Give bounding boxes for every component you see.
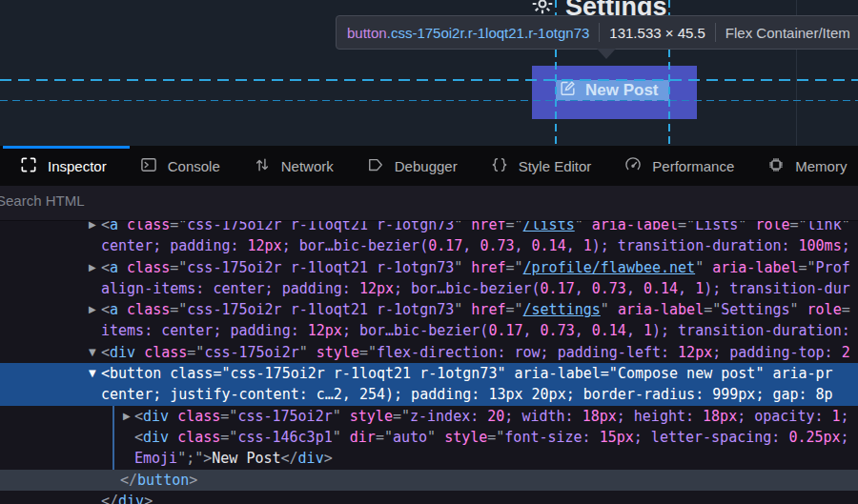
code-segment: css-175oi2r — [237, 408, 332, 425]
code-segment: /settings — [523, 301, 601, 318]
infobar-layout-badge: Flex Container/Item — [725, 25, 850, 41]
tab-debugger[interactable]: Debugger — [350, 146, 474, 186]
markup-row[interactable]: align-items: center; padding: 12px; bor…… — [0, 278, 858, 299]
code-segment: =" — [359, 344, 377, 361]
guide-line-horizontal-bottom — [0, 100, 858, 101]
code-segment: div — [143, 408, 169, 425]
markup-row[interactable]: Emoji";">New Post</div> — [0, 448, 858, 469]
code-segment: , — [523, 322, 541, 339]
code-segment: Compose new post — [618, 365, 756, 382]
code-segment: Lists — [695, 221, 738, 233]
code-segment: " — [427, 429, 444, 446]
collapse-arrow-icon[interactable]: ▼ — [89, 363, 96, 384]
tab-label: Console — [168, 158, 220, 174]
performance-icon — [623, 155, 643, 177]
code-segment: < — [101, 221, 110, 233]
console-icon — [139, 155, 158, 177]
code-segment: ; — [841, 429, 849, 446]
tab-network[interactable]: Network — [236, 146, 350, 186]
code-segment: 0.73 — [480, 237, 514, 254]
code-segment: " — [497, 365, 514, 382]
code-segment: = — [842, 301, 850, 318]
code-segment: , — [575, 322, 592, 339]
expand-arrow-icon[interactable]: ▶ — [89, 299, 96, 320]
markup-row[interactable]: center; padding: 12px; bor…bic-bezier(0.… — [0, 235, 858, 256]
markup-row[interactable]: ▶<div class="css-175oi2r" style="z-index… — [0, 406, 858, 427]
code-segment: < — [101, 259, 110, 276]
markup-row[interactable]: </div> — [0, 491, 858, 504]
code-segment: < — [134, 429, 143, 446]
code-segment: div — [118, 493, 144, 504]
code-segment: css-175oi2r r-1loqt21 r-1otgn73 — [187, 221, 454, 233]
page-viewport: Settings New Post button.css-175oi2r.r-1… — [0, 0, 858, 146]
markup-row[interactable]: center; justify-content: c…2, 254); padd… — [0, 384, 858, 405]
code-segment: =" — [220, 408, 237, 425]
code-segment: ; bor…bic-bezier( — [282, 237, 429, 254]
code-segment: style — [444, 429, 487, 446]
markup-row[interactable]: ▼<button class="css-175oi2r r-1loqt21 r-… — [0, 363, 858, 384]
markup-row[interactable]: ▶<a class="css-175oi2r r-1loqt21 r-1otgn… — [0, 221, 858, 235]
code-segment: " — [454, 221, 471, 233]
tab-inspector[interactable]: Inspector — [3, 146, 123, 186]
debugger-icon — [366, 155, 385, 177]
markup-row[interactable]: ▶<a class="css-175oi2r r-1loqt21 r-1otgn… — [0, 299, 858, 320]
markup-row[interactable]: ▶<a class="css-175oi2r r-1loqt21 r-1otgn… — [0, 257, 858, 278]
code-segment: " — [299, 344, 317, 361]
code-segment: ; opacity: — [737, 408, 831, 425]
tab-console[interactable]: Console — [123, 146, 236, 186]
tab-label: Debugger — [395, 158, 458, 174]
code-segment: =" — [487, 429, 504, 446]
tab-performance[interactable]: Performance — [607, 146, 750, 186]
devtools-tabs: InspectorConsoleNetworkDebuggerStyle Edi… — [0, 146, 858, 186]
code-segment: 0.17 — [488, 322, 522, 339]
infobar-tag: button — [347, 25, 387, 41]
code-segment: ; — [842, 237, 850, 254]
code-segment: , — [678, 280, 695, 297]
code-segment: =" — [170, 301, 187, 318]
markup-row[interactable]: items: center; padding: 12px; bor…bic-be… — [0, 320, 858, 341]
expand-arrow-icon[interactable]: ▶ — [123, 406, 131, 427]
code-segment: ";"> — [177, 450, 212, 467]
code-segment: " — [333, 429, 350, 446]
code-segment: align-items: center; padding: — [101, 280, 359, 297]
code-segment: ; bor…bic-bezier( — [394, 280, 541, 297]
code-segment: =" — [187, 344, 204, 361]
expand-arrow-icon[interactable]: ▶ — [89, 221, 96, 235]
code-segment: 1 — [695, 280, 704, 297]
markup-row[interactable]: </button> — [0, 470, 858, 491]
code-segment: ); transition-duration: — [592, 237, 799, 254]
code-segment: style — [317, 344, 359, 361]
new-post-button[interactable]: New Post — [559, 80, 659, 101]
code-segment: </ — [101, 493, 118, 504]
code-segment: class — [127, 301, 170, 318]
markup-row[interactable]: <div class="css-146c3p1" dir="auto" styl… — [0, 427, 858, 448]
search-input[interactable] — [0, 192, 303, 210]
code-segment — [161, 365, 170, 382]
code-segment: css-175oi2r r-1loqt21 r-1otgn73 — [230, 365, 497, 382]
markup-row[interactable]: ▼<div class="css-175oi2r" style="flex-di… — [0, 342, 858, 363]
code-segment: " — [454, 259, 471, 276]
highlighter-infobar: button.css-175oi2r.r-1loqt21.r-1otgn73 1… — [336, 15, 858, 50]
code-segment: =" — [505, 301, 522, 318]
code-segment: , — [462, 237, 480, 254]
code-segment: css-146c3p1 — [237, 429, 332, 446]
tab-label: Performance — [652, 158, 734, 174]
code-segment: " — [601, 301, 618, 318]
code-segment: href — [471, 259, 505, 276]
code-segment: 2, 254 — [334, 386, 385, 403]
code-segment: Prof — [816, 259, 850, 276]
code-segment: 15px — [600, 429, 634, 446]
collapse-arrow-icon[interactable]: ▼ — [89, 342, 96, 363]
code-segment: 12px — [248, 237, 282, 254]
code-segment: 0.14 — [644, 280, 678, 297]
tab-memory[interactable]: Memory — [750, 146, 858, 186]
code-segment: " — [333, 408, 350, 425]
tab-style-editor[interactable]: Style Editor — [474, 146, 608, 186]
expand-arrow-icon[interactable]: ▶ — [89, 257, 96, 278]
code-segment: > — [144, 493, 153, 504]
code-segment: " — [695, 259, 712, 276]
code-segment: aria-label — [618, 301, 704, 318]
code-segment: , — [626, 280, 644, 297]
code-segment: Settings — [721, 301, 789, 318]
code-segment: class — [170, 365, 213, 382]
